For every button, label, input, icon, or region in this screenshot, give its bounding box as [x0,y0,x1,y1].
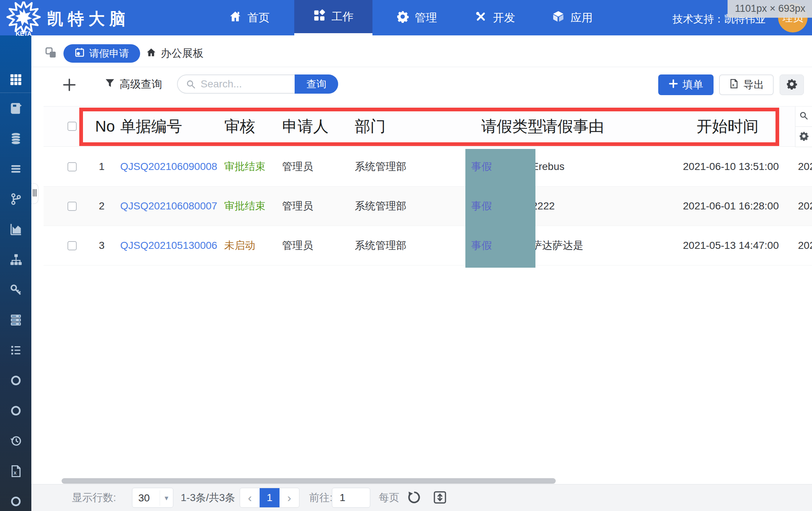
col-header-applicant[interactable]: 申请人 [282,116,329,137]
column-settings-toggle[interactable] [795,127,812,147]
nav-item-dev[interactable]: 开发 [462,0,528,35]
search-icon [799,111,809,122]
sidebar-item-chart[interactable] [0,220,31,240]
col-header-reason[interactable]: 请假事由 [542,116,604,137]
top-navbar: KETA 凯特大脑 首页 工作 管理 开发 [0,0,812,35]
breadcrumb-office-board[interactable]: 办公展板 [146,44,204,63]
circle-icon [9,495,22,510]
sitemap-icon [9,253,22,268]
sidebar-item-list[interactable] [0,341,31,361]
nav-item-home[interactable]: 首页 [218,0,281,35]
rows-per-page-label: 显示行数: [72,491,116,505]
sidebar-item-menu[interactable] [0,159,31,180]
excel-file-icon: x [729,79,739,91]
funnel-icon [105,78,115,91]
export-button[interactable]: x 导出 [719,74,774,95]
horizontal-scrollbar-thumb[interactable] [62,478,556,484]
gear-icon [396,10,409,25]
cell-no: 2 [99,200,105,212]
gear-icon [786,79,797,91]
sidebar-collapse-handle[interactable] [31,183,38,204]
cell-leave-type: 事假 [471,199,492,213]
home-icon [146,47,156,60]
col-header-start-time[interactable]: 开始时间 [697,116,759,137]
col-header-code[interactable]: 单据编号 [120,116,182,137]
tools-icon [475,10,487,25]
cell-reason: 萨达萨达是 [532,239,583,253]
cell-audit-status: 审批结束 [224,160,266,174]
work-grid-icon [313,9,326,24]
layout-switch-icon[interactable] [45,47,57,59]
tabbar-divider [31,67,812,67]
sidebar-item-circle-3[interactable] [0,492,31,511]
search-input[interactable] [201,76,293,92]
sidebar-item-book[interactable] [0,99,31,119]
refresh-icon[interactable] [407,490,421,505]
sidebar-item-circle-1[interactable] [0,371,31,392]
cell-dept: 系统管理部 [355,160,406,174]
query-button[interactable]: 查询 [295,74,338,94]
cell-audit-status: 未启动 [224,239,255,253]
rows-per-page-select[interactable]: 30 ▼ [132,488,173,508]
cell-leave-type: 事假 [471,160,492,174]
cell-end-time-partial: 202 [798,161,812,173]
goto-page-input[interactable] [332,488,370,508]
col-header-dept[interactable]: 部门 [355,116,386,137]
advanced-query-button[interactable]: 高级查询 [105,74,162,95]
circle-icon [9,374,22,389]
table-row[interactable]: 1 QJSQ202106090008 审批结束 管理员 系统管理部 事假 Ere… [44,147,812,187]
fit-height-icon[interactable] [433,490,447,505]
current-page-button[interactable]: 1 [260,488,279,507]
row-checkbox[interactable] [67,202,77,211]
cell-code-link[interactable]: QJSQ202106090008 [120,161,217,173]
nav-item-work[interactable]: 工作 [294,0,372,35]
row-checkbox[interactable] [67,162,77,171]
select-all-checkbox[interactable] [67,122,77,131]
collapse-grip-icon [32,189,37,198]
sidebar-item-key[interactable] [0,280,31,301]
cell-code-link[interactable]: QJSQ202105130006 [120,240,217,251]
gear-icon [799,131,809,142]
sidebar-item-excel[interactable]: x [0,462,31,482]
sidebar-item-database[interactable] [0,129,31,150]
sidebar-item-branch[interactable] [0,190,31,210]
goto-page-label: 前往: [309,491,333,505]
table-row[interactable]: 3 QJSQ202105130006 未启动 管理员 系统管理部 事假 萨达萨达… [44,226,812,265]
sidebar-divider [0,93,31,93]
cell-code-link[interactable]: QJSQ202106080007 [120,200,217,212]
cell-applicant: 管理员 [282,239,313,253]
table-settings-button[interactable] [780,74,804,95]
table-row[interactable]: 2 QJSQ202106080007 审批结束 管理员 系统管理部 事假 222… [44,187,812,226]
col-header-no[interactable]: No [95,118,115,135]
key-icon [9,283,22,298]
circle-icon [9,404,22,419]
svg-text:x: x [732,83,735,87]
per-page-label: 每页 [379,491,399,505]
col-header-audit[interactable]: 审核 [224,116,255,137]
app-title: 凯特大脑 [47,8,130,30]
nav-item-apps[interactable]: 应用 [539,0,605,35]
next-page-button[interactable]: › [280,488,299,507]
pagination-bar: 显示行数: 30 ▼ 1-3条/共3条 ‹ 1 › 前往: 每页 [31,484,812,511]
pager: ‹ 1 › [240,488,299,508]
sidebar-item-server[interactable] [0,310,31,331]
home-icon [229,10,242,25]
cell-dept: 系统管理部 [355,239,406,253]
tab-leave-application[interactable]: 请假申请 [63,44,140,63]
col-header-leave-type[interactable]: 请假类型 [481,116,543,137]
fill-form-button[interactable]: 填单 [658,74,714,95]
sidebar-item-circle-2[interactable] [0,401,31,422]
add-tab-button[interactable] [62,77,77,92]
nav-item-admin[interactable]: 管理 [384,0,450,35]
column-search-toggle[interactable] [795,107,812,127]
sidebar-item-history[interactable] [0,431,31,452]
server-icon [9,313,22,328]
cell-reason: Erebus [532,161,565,173]
sidebar-item-grid[interactable] [0,70,31,91]
cell-applicant: 管理员 [282,199,313,213]
chevron-down-icon: ▼ [163,495,170,502]
database-icon [9,132,22,147]
prev-page-button[interactable]: ‹ [240,488,260,507]
row-checkbox[interactable] [67,241,77,250]
sidebar-item-orgchart[interactable] [0,250,31,271]
